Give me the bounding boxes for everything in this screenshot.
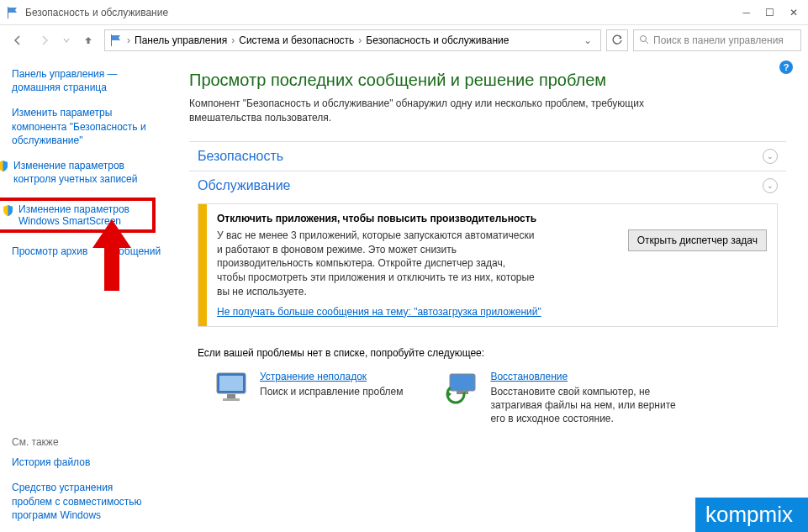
close-button[interactable]: ✕ [790,7,798,18]
svg-rect-0 [8,7,8,18]
troubleshoot-desc: Поиск и исправление проблем [260,385,403,398]
recovery-desc: Восстановите свой компьютер, не затрагив… [490,385,689,426]
flag-icon [5,5,20,20]
sidebar-change-params-link[interactable]: Изменить параметры компонента "Безопасно… [12,106,156,147]
monitor-icon [214,371,251,404]
notice-text: У вас не менее 3 приложений, которые зап… [217,229,536,299]
maintenance-section-label: Обслуживание [198,178,290,193]
search-icon [639,34,649,47]
open-task-manager-button[interactable]: Открыть диспетчер задач [628,229,767,251]
notice-color-bar [198,204,207,326]
notice-title: Отключить приложения, чтобы повысить про… [217,213,618,224]
chevron-down-icon[interactable]: ⌄ [763,149,778,164]
main-content: ? Просмотр последних сообщений и решение… [164,55,808,532]
flag-icon [108,33,124,48]
sidebar-uac-link[interactable]: Изменение параметров контроля учетных за… [13,159,156,186]
breadcrumb-security-maintenance[interactable]: Безопасность и обслуживание [362,34,512,46]
sidebar-compat-troubleshoot-link[interactable]: Средство устранения проблем с совместимо… [12,481,156,522]
security-section-header[interactable]: Безопасность ⌄ [189,141,786,171]
chevron-down-icon[interactable]: ⌄ [578,34,597,46]
breadcrumb-control-panel[interactable]: Панель управления [131,34,230,46]
see-also-heading: См. также [12,436,156,448]
chevron-down-icon[interactable]: ⌄ [763,178,778,193]
toolbar: › Панель управления › Система и безопасн… [0,25,808,55]
recovery-tile[interactable]: Восстановление Восстановите свой компьют… [445,371,689,426]
window-title: Безопасность и обслуживание [25,7,742,18]
help-icon[interactable]: ? [779,61,793,74]
minimize-button[interactable]: ─ [742,7,750,18]
maximize-button[interactable]: ☐ [765,7,774,18]
address-bar[interactable]: › Панель управления › Система и безопасн… [104,29,601,51]
notice-suppress-link[interactable]: Не получать больше сообщения на тему: "а… [217,306,541,318]
breadcrumb-system-security[interactable]: Система и безопасность [235,34,357,46]
back-button[interactable] [7,29,29,51]
svg-point-2 [641,35,647,41]
try-following-label: Если вашей проблемы нет в списке, попроб… [198,347,786,359]
page-title: Просмотр последних сообщений и решение п… [189,71,786,90]
sidebar-home-link[interactable]: Панель управления — домашняя страница [12,67,156,94]
title-bar: Безопасность и обслуживание ─ ☐ ✕ [0,0,808,25]
svg-rect-8 [450,374,475,391]
svg-rect-6 [227,394,235,398]
search-input[interactable]: Поиск в панели управления [633,29,801,51]
security-section-label: Безопасность [198,149,283,164]
recovery-icon [445,371,482,404]
troubleshoot-link[interactable]: Устранение неполадок [260,371,403,382]
shield-icon [2,204,14,217]
recent-button[interactable] [61,29,72,51]
svg-rect-7 [223,398,240,401]
shield-icon [0,160,9,172]
performance-notice: Отключить приложения, чтобы повысить про… [198,203,778,327]
see-also-section: См. также История файлов Средство устран… [12,436,156,522]
up-button[interactable] [77,29,99,51]
refresh-button[interactable] [606,29,628,51]
troubleshoot-tile[interactable]: Устранение неполадок Поиск и исправление… [214,371,403,426]
svg-line-3 [646,41,648,44]
svg-rect-9 [457,391,468,394]
watermark: kompmix [695,498,808,532]
svg-rect-5 [219,376,243,391]
search-placeholder: Поиск в панели управления [653,34,784,46]
sidebar: Панель управления — домашняя страница Из… [0,55,164,532]
annotation-red-arrow-icon [91,219,133,293]
svg-rect-1 [111,34,112,46]
page-subtitle: Компонент "Безопасность и обслуживание" … [189,97,710,126]
sidebar-archive-link[interactable]: Просмотр архив ообщений [12,245,156,258]
sidebar-file-history-link[interactable]: История файлов [12,456,156,469]
maintenance-section-header[interactable]: Обслуживание ⌄ [189,171,786,200]
recovery-link[interactable]: Восстановление [490,371,689,382]
forward-button[interactable] [34,29,55,51]
